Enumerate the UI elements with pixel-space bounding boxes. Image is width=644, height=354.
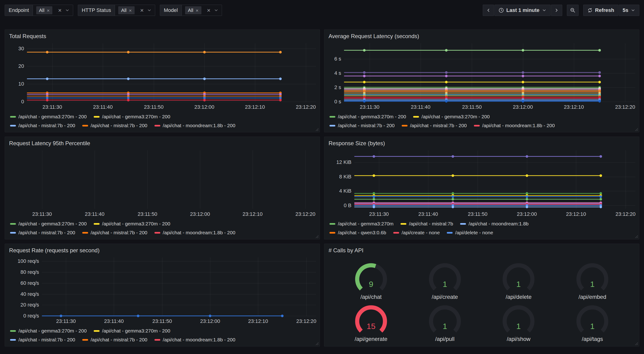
clear-all-icon[interactable]: × bbox=[58, 7, 62, 13]
legend-item[interactable]: /api/chat - moondream:1.8b - 200 bbox=[154, 337, 236, 342]
gauge-title: /api/generate bbox=[355, 336, 388, 342]
legend-series-color bbox=[330, 232, 335, 234]
chip-label: All bbox=[121, 8, 126, 13]
legend-item[interactable]: /api/delete - none bbox=[447, 230, 493, 235]
chevron-down-icon bbox=[631, 8, 635, 13]
series-point bbox=[452, 174, 454, 177]
gauge-panel-body: 9/api/chat1/api/create1/api/delete1/api/… bbox=[328, 254, 635, 343]
time-range-picker[interactable]: Last 1 minute bbox=[494, 5, 550, 16]
panel-title[interactable]: Average Request Latency (seconds) bbox=[328, 33, 635, 40]
clear-all-icon[interactable]: × bbox=[140, 7, 144, 13]
series-point bbox=[279, 77, 282, 80]
refresh-button[interactable]: Refresh bbox=[583, 5, 618, 16]
legend-item[interactable]: /api/chat - gemma3:270m - 200 bbox=[413, 114, 490, 120]
legend-series-color bbox=[94, 116, 100, 118]
legend-series-label: /api/chat - gemma3:270m - 200 bbox=[422, 114, 490, 120]
series-point bbox=[600, 155, 602, 158]
legend-item[interactable]: /api/chat - mistral:7b - 200 bbox=[330, 123, 395, 128]
selected-value-chip[interactable]: All× bbox=[185, 6, 202, 14]
legend-series-color bbox=[154, 232, 160, 234]
refresh-icon bbox=[587, 8, 593, 13]
panel-title[interactable]: Request Rate (requests per second) bbox=[9, 247, 316, 254]
panel-title[interactable]: # Calls by API bbox=[328, 247, 635, 254]
clear-all-icon[interactable]: × bbox=[207, 7, 210, 13]
legend-item[interactable]: /api/chat - gemma3:270m - 200 bbox=[10, 221, 87, 227]
legend-item[interactable]: /api/chat - mistral:7b - 200 bbox=[10, 123, 75, 128]
chevron-down-icon[interactable] bbox=[147, 8, 152, 13]
legend-item[interactable]: /api/chat - mistral:7b - 200 bbox=[82, 123, 148, 128]
legend-item[interactable]: /api/chat - gemma3:270m - 200 bbox=[94, 114, 170, 120]
remove-value-icon[interactable]: × bbox=[196, 8, 198, 13]
time-shift-forward-button[interactable] bbox=[551, 5, 562, 16]
legend-item[interactable]: /api/chat - mistral:7b bbox=[400, 221, 453, 227]
variable-filter-model: ModelAll×× bbox=[160, 5, 222, 16]
legend-item[interactable]: /api/chat - mistral:7b - 200 bbox=[10, 230, 75, 235]
legend-item[interactable]: /api/chat - gemma3:270m - 200 bbox=[330, 114, 406, 120]
legend-item[interactable]: /api/chat - gemma3:270m bbox=[330, 221, 394, 227]
legend: /api/chat - gemma3:270m - 200/api/chat -… bbox=[9, 110, 316, 129]
legend-series-color bbox=[393, 232, 399, 234]
variable-value-picker[interactable]: All×× bbox=[115, 5, 155, 16]
plot-area bbox=[344, 43, 635, 102]
y-axis: 0 req/s20 req/s40 req/s60 req/s80 req/s1… bbox=[9, 257, 42, 316]
legend-item[interactable]: /api/create - none bbox=[393, 230, 440, 235]
legend-series-label: /api/chat - moondream:1.8b - 200 bbox=[163, 337, 236, 342]
series-point bbox=[46, 99, 48, 102]
legend-item[interactable]: /api/chat - gemma3:270m - 200 bbox=[94, 221, 170, 227]
legend-item[interactable]: /api/chat - moondream:1.8b - 200 bbox=[154, 230, 236, 235]
x-tick-label: 23:11:50 bbox=[144, 104, 164, 110]
zoom-out-button[interactable] bbox=[567, 5, 578, 16]
series-point bbox=[363, 49, 366, 52]
legend-item[interactable]: /api/chat - moondream:1.8b - 200 bbox=[154, 123, 236, 128]
remove-value-icon[interactable]: × bbox=[129, 8, 132, 13]
legend-item[interactable]: /api/chat - mistral:7b - 200 bbox=[82, 230, 148, 235]
series-point bbox=[279, 99, 282, 102]
panel-title[interactable]: Response Size (bytes) bbox=[328, 140, 635, 147]
legend-item[interactable]: /api/chat - gemma3:270m - 200 bbox=[10, 328, 87, 334]
chevron-down-icon[interactable] bbox=[214, 8, 218, 13]
x-tick-label: 23:11:40 bbox=[411, 104, 430, 110]
legend-item[interactable]: /api/chat - mistral:7b - 200 bbox=[82, 337, 148, 342]
legend-item[interactable]: /api/chat - gemma3:270m - 200 bbox=[94, 328, 170, 334]
selected-value-chip[interactable]: All× bbox=[36, 6, 52, 14]
panel-title[interactable]: Total Requests bbox=[9, 33, 316, 40]
gauge-arc: 1 bbox=[424, 302, 466, 336]
h-gridline bbox=[354, 162, 635, 163]
series-point bbox=[127, 77, 130, 80]
panel-title[interactable]: Request Latency 95th Percentile bbox=[9, 140, 316, 147]
refresh-interval-picker[interactable]: 5s bbox=[619, 5, 639, 16]
time-shift-back-button[interactable] bbox=[483, 5, 494, 16]
gauge-arc: 1 bbox=[498, 302, 539, 336]
legend-item[interactable]: /api/chat - moondream:1.8b - 200 bbox=[474, 123, 555, 128]
panel-request-rate: Request Rate (requests per second) 0 req… bbox=[5, 244, 320, 346]
h-gridline bbox=[42, 294, 316, 294]
h-gridline bbox=[354, 191, 635, 191]
series-point bbox=[598, 71, 601, 74]
legend-series-label: /api/chat - gemma3:270m bbox=[338, 221, 394, 227]
selected-value-chip[interactable]: All× bbox=[118, 6, 134, 14]
variable-value-picker[interactable]: All×× bbox=[182, 5, 222, 16]
legend-row: /api/chat - mistral:7b - 200/api/chat - … bbox=[10, 123, 316, 128]
legend-series-color bbox=[413, 116, 419, 118]
legend-series-color bbox=[82, 125, 88, 127]
legend-item[interactable]: /api/chat - mistral:7b - 200 bbox=[10, 337, 75, 342]
y-tick-label: 4 KiB bbox=[339, 188, 352, 194]
chevron-down-icon[interactable] bbox=[65, 8, 70, 13]
gauge-api-tags: 1/api/tags bbox=[556, 301, 629, 343]
remove-value-icon[interactable]: × bbox=[47, 8, 50, 13]
series-line bbox=[27, 93, 280, 93]
legend-series-label: /api/chat - moondream:1.8b - 200 bbox=[482, 123, 555, 128]
legend-item[interactable]: /api/chat - gemma3:270m - 200 bbox=[10, 114, 87, 120]
legend-row: /api/chat - qwen3:0.6b/api/create - none… bbox=[330, 230, 635, 235]
legend-item[interactable]: /api/chat - mistral:7b - 200 bbox=[402, 123, 467, 128]
legend-series-label: /api/chat - moondream:1.8b - 200 bbox=[163, 123, 236, 128]
chevron-right-icon bbox=[554, 8, 559, 13]
legend-item[interactable]: /api/chat - moondream:1.8b bbox=[460, 221, 528, 227]
y-tick-label: 0 bbox=[21, 99, 24, 105]
legend-item[interactable]: /api/chat - qwen3:0.6b bbox=[330, 230, 386, 235]
variable-value-picker[interactable]: All×× bbox=[33, 5, 73, 16]
series-line bbox=[344, 96, 600, 96]
h-gridline bbox=[42, 305, 316, 305]
legend-series-color bbox=[402, 125, 408, 127]
h-gridline bbox=[42, 272, 316, 272]
